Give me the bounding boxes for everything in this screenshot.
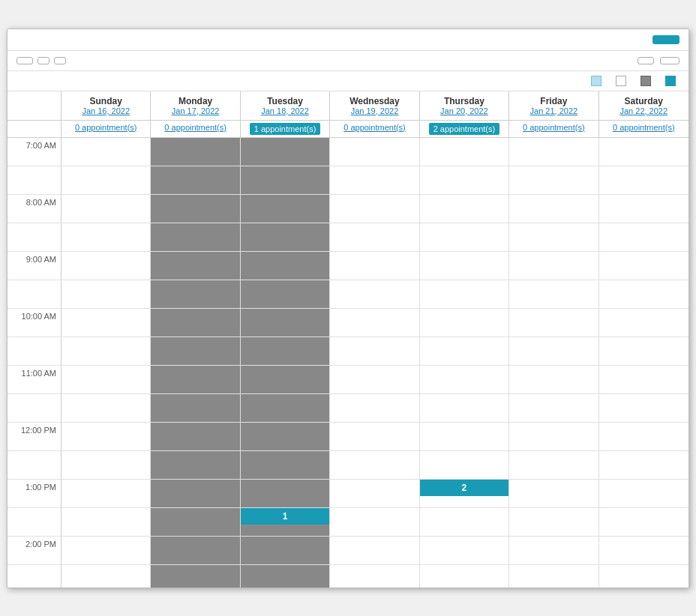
- time-cell-day3-slot11[interactable]: [330, 451, 419, 479]
- time-cell-day6-slot0[interactable]: [599, 138, 688, 166]
- appt-cell-4[interactable]: 2 appointment(s): [420, 121, 509, 137]
- next-button[interactable]: [54, 57, 66, 64]
- time-cell-day0-slot4[interactable]: [62, 252, 151, 280]
- appt-link-1[interactable]: 0 appointment(s): [164, 123, 226, 132]
- time-cell-day6-slot1[interactable]: [599, 166, 688, 194]
- time-cell-day4-slot3[interactable]: [420, 223, 509, 251]
- time-cell-day5-slot6[interactable]: [509, 309, 598, 336]
- time-cell-day1-slot7[interactable]: [151, 337, 240, 365]
- appt-cell-3[interactable]: 0 appointment(s): [330, 121, 419, 137]
- time-cell-day1-slot15[interactable]: [151, 565, 240, 588]
- time-cell-day0-slot13[interactable]: [62, 508, 151, 536]
- time-cell-day4-slot6[interactable]: [420, 309, 509, 336]
- time-cell-day0-slot15[interactable]: [62, 565, 151, 588]
- time-cell-day0-slot0[interactable]: [62, 138, 151, 166]
- time-cell-day4-slot14[interactable]: [420, 537, 509, 564]
- time-cell-day1-slot9[interactable]: [151, 394, 240, 422]
- time-cell-day1-slot1[interactable]: [151, 166, 240, 194]
- appt-link-5[interactable]: 0 appointment(s): [523, 123, 585, 132]
- time-cell-day5-slot11[interactable]: [509, 451, 598, 479]
- time-cell-day5-slot5[interactable]: [509, 280, 598, 308]
- time-cell-day3-slot10[interactable]: [330, 423, 419, 450]
- time-cell-day1-slot6[interactable]: [151, 309, 240, 336]
- time-cell-day6-slot11[interactable]: [599, 451, 688, 479]
- day-date-2[interactable]: Jan 18, 2022: [244, 106, 326, 115]
- time-cell-day0-slot11[interactable]: [62, 451, 151, 479]
- time-cell-day6-slot8[interactable]: [599, 366, 688, 393]
- time-cell-day2-slot14[interactable]: [241, 537, 330, 564]
- time-cell-day4-slot7[interactable]: [420, 337, 509, 365]
- time-cell-day4-slot1[interactable]: [420, 166, 509, 194]
- time-cell-day0-slot6[interactable]: [62, 309, 151, 336]
- appt-link-0[interactable]: 0 appointment(s): [75, 123, 137, 132]
- time-cell-day6-slot2[interactable]: [599, 195, 688, 223]
- day-date-0[interactable]: Jan 16, 2022: [64, 106, 147, 115]
- day-date-1[interactable]: Jan 17, 2022: [154, 106, 236, 115]
- time-cell-day6-slot3[interactable]: [599, 223, 688, 251]
- time-cell-day6-slot9[interactable]: [599, 394, 688, 422]
- time-cell-day1-slot5[interactable]: [151, 280, 240, 308]
- time-cell-day6-slot4[interactable]: [599, 252, 688, 280]
- time-cell-day3-slot1[interactable]: [330, 166, 419, 194]
- prev-button[interactable]: [38, 57, 50, 64]
- time-cell-day3-slot5[interactable]: [330, 280, 419, 308]
- time-cell-day2-slot2[interactable]: [241, 195, 330, 223]
- time-cell-day3-slot7[interactable]: [330, 337, 419, 365]
- time-cell-day3-slot15[interactable]: [330, 565, 419, 588]
- time-cell-day5-slot13[interactable]: [509, 508, 598, 536]
- week-view-button[interactable]: [660, 57, 680, 64]
- day-date-3[interactable]: Jan 19, 2022: [333, 106, 416, 115]
- appt-badge-2[interactable]: 1 appointment(s): [250, 123, 321, 135]
- time-cell-day6-slot7[interactable]: [599, 337, 688, 365]
- time-cell-day4-slot11[interactable]: [420, 451, 509, 479]
- time-cell-day1-slot14[interactable]: [151, 537, 240, 564]
- time-cell-day5-slot4[interactable]: [509, 252, 598, 280]
- time-cell-day3-slot2[interactable]: [330, 195, 419, 223]
- time-cell-day6-slot14[interactable]: [599, 537, 688, 564]
- time-cell-day1-slot2[interactable]: [151, 195, 240, 223]
- time-cell-day5-slot7[interactable]: [509, 337, 598, 365]
- appt-cell-1[interactable]: 0 appointment(s): [151, 121, 240, 137]
- time-cell-day6-slot12[interactable]: [599, 480, 688, 507]
- time-cell-day0-slot8[interactable]: [62, 366, 151, 393]
- time-cell-day5-slot12[interactable]: [509, 480, 598, 507]
- time-cell-day4-slot2[interactable]: [420, 195, 509, 223]
- appt-link-6[interactable]: 0 appointment(s): [613, 123, 675, 132]
- time-cell-day4-slot15[interactable]: [420, 565, 509, 588]
- appt-cell-0[interactable]: 0 appointment(s): [62, 121, 151, 137]
- time-cell-day5-slot1[interactable]: [509, 166, 598, 194]
- time-cell-day4-slot0[interactable]: [420, 138, 509, 166]
- time-cell-day5-slot8[interactable]: [509, 366, 598, 393]
- time-cell-day2-slot10[interactable]: [241, 423, 330, 450]
- time-cell-day5-slot10[interactable]: [509, 423, 598, 450]
- time-cell-day0-slot5[interactable]: [62, 280, 151, 308]
- time-cell-day1-slot8[interactable]: [151, 366, 240, 393]
- today-button[interactable]: [16, 57, 33, 64]
- time-cell-day6-slot10[interactable]: [599, 423, 688, 450]
- appointment-block-day2[interactable]: 1: [241, 508, 329, 525]
- time-cell-day6-slot15[interactable]: [599, 565, 688, 588]
- time-cell-day2-slot8[interactable]: [241, 366, 330, 393]
- appt-cell-6[interactable]: 0 appointment(s): [599, 121, 688, 137]
- time-cell-day1-slot10[interactable]: [151, 423, 240, 450]
- time-cell-day3-slot4[interactable]: [330, 252, 419, 280]
- time-cell-day3-slot8[interactable]: [330, 366, 419, 393]
- time-cell-day4-slot10[interactable]: [420, 423, 509, 450]
- time-cell-day3-slot9[interactable]: [330, 394, 419, 422]
- refresh-button[interactable]: [652, 35, 680, 44]
- time-cell-day2-slot6[interactable]: [241, 309, 330, 336]
- time-cell-day2-slot15[interactable]: [241, 565, 330, 588]
- time-cell-day2-slot0[interactable]: [241, 138, 330, 166]
- time-cell-day4-slot12[interactable]: 2: [420, 480, 509, 507]
- appt-cell-2[interactable]: 1 appointment(s): [241, 121, 330, 137]
- time-cell-day1-slot4[interactable]: [151, 252, 240, 280]
- time-cell-day1-slot11[interactable]: [151, 451, 240, 479]
- time-cell-day6-slot6[interactable]: [599, 309, 688, 336]
- day-date-4[interactable]: Jan 20, 2022: [423, 106, 506, 115]
- time-cell-day3-slot6[interactable]: [330, 309, 419, 336]
- time-cell-day4-slot5[interactable]: [420, 280, 509, 308]
- time-cell-day0-slot14[interactable]: [62, 537, 151, 564]
- time-cell-day3-slot3[interactable]: [330, 223, 419, 251]
- time-cell-day3-slot12[interactable]: [330, 480, 419, 507]
- time-cell-day5-slot3[interactable]: [509, 223, 598, 251]
